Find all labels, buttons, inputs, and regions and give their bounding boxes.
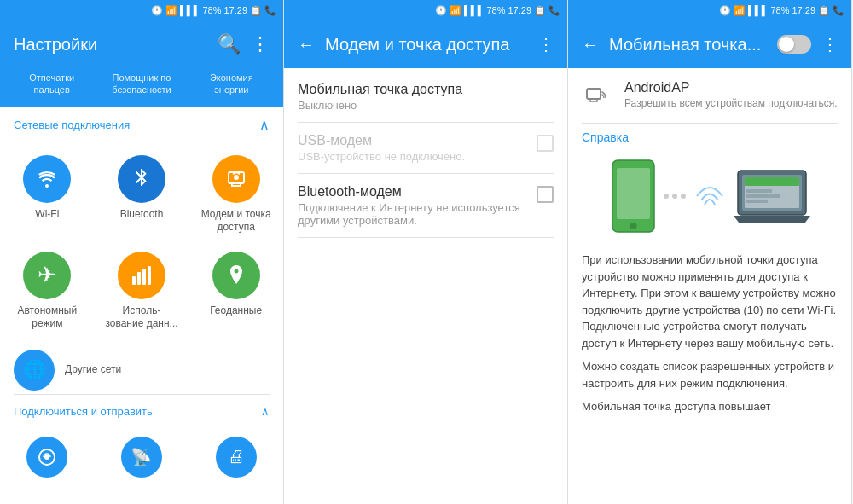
svg-rect-5 — [148, 266, 151, 285]
illustration — [568, 148, 851, 245]
usb-modem-item[interactable]: USB-модем USB-устройство не подключено. — [284, 123, 567, 173]
bottom-item-3[interactable]: 🖨 — [189, 428, 283, 486]
security-toolbar[interactable]: Помощник побезопасности — [96, 68, 186, 100]
svg-rect-2 — [132, 276, 136, 285]
divider-4 — [298, 237, 554, 238]
androidap-name: AndroidAP — [624, 80, 838, 96]
energy-toolbar[interactable]: Экономияэнергии — [187, 68, 276, 100]
svg-rect-15 — [745, 177, 799, 186]
wifi-grid-item[interactable]: Wi-Fi — [0, 147, 95, 243]
data-usage-icon — [118, 252, 165, 299]
svg-rect-10 — [617, 168, 650, 219]
status-icons-3: 🕐 📶 ▌▌▌ 78% 17:29 📋 📞 — [719, 5, 844, 16]
hotspot-menu-button[interactable]: ⋮ — [821, 34, 838, 55]
sim-icon-3: 📋 — [818, 5, 830, 16]
status-icons-1: 🕐 📶 ▌▌▌ 78% 17:29 📋 📞 — [151, 5, 276, 16]
security-label: Помощник побезопасности — [100, 72, 183, 96]
androidap-row[interactable]: AndroidAP Разрешить всем устройствам под… — [568, 68, 851, 123]
help-label: Справка — [568, 124, 851, 148]
svg-point-7 — [44, 455, 49, 460]
data-grid-item[interactable]: Исполь-зование данн... — [95, 243, 189, 339]
bottom-icon-1 — [26, 437, 67, 478]
androidap-text: AndroidAP Разрешить всем устройствам под… — [624, 80, 838, 109]
bt-modem-text: Bluetooth-модем Подключение к Интернету … — [298, 184, 526, 227]
svg-rect-8 — [587, 89, 601, 99]
other-networks-item[interactable]: 🌐 Другие сети — [0, 346, 283, 394]
airplane-label: Автономныйрежим — [18, 304, 78, 331]
hotspot-content: AndroidAP Разрешить всем устройствам под… — [568, 68, 851, 504]
time-label-2: 17:29 — [508, 5, 531, 15]
wifi-label: Wi-Fi — [35, 208, 59, 222]
bottom-icon-2: 📡 — [121, 437, 162, 478]
geo-grid-item[interactable]: Геоданные — [189, 243, 283, 339]
panel-hotspot-detail: 🕐 📶 ▌▌▌ 78% 17:29 📋 📞 ← Мобильная точка.… — [568, 0, 852, 504]
hotspot-label: Модем и точкадоступа — [201, 208, 271, 235]
svg-rect-18 — [746, 200, 768, 203]
network-section-label: Сетевые подключения — [14, 119, 130, 131]
bottom-grid: 📡 🖨 — [0, 425, 283, 490]
bt-modem-item[interactable]: Bluetooth-модем Подключение к Интернету … — [284, 174, 567, 237]
connect-chevron: ∧ — [261, 405, 270, 418]
bluetooth-label: Bluetooth — [120, 208, 164, 222]
signal-icon-2: ▌▌▌ — [464, 5, 484, 15]
status-bar-3: 🕐 📶 ▌▌▌ 78% 17:29 📋 📞 — [568, 0, 851, 20]
modem-title: Модем и точка доступа — [325, 35, 527, 55]
mobile-hotspot-title: Мобильная точка доступа — [298, 82, 554, 97]
settings-title: Настройки — [14, 35, 207, 55]
geo-label: Геоданные — [210, 304, 262, 318]
connect-section-label: Подключиться и отправить — [14, 405, 153, 418]
geo-icon — [212, 252, 260, 299]
usb-modem-text: USB-модем USB-устройство не подключено. — [298, 133, 526, 163]
hotspot-grid-item[interactable]: Модем и точкадоступа — [189, 147, 283, 243]
modem-menu-button[interactable]: ⋮ — [537, 34, 554, 55]
bottom-item-1[interactable] — [0, 428, 95, 486]
bottom-icon-3: 🖨 — [216, 437, 257, 478]
svg-point-1 — [234, 175, 239, 180]
sim-icon: 📋 — [250, 5, 262, 16]
bt-modem-checkbox[interactable] — [537, 186, 554, 203]
connect-section-header[interactable]: Подключиться и отправить ∧ — [0, 395, 283, 425]
svg-point-11 — [630, 223, 636, 229]
svg-rect-16 — [746, 189, 772, 193]
hotspot-toggle[interactable] — [777, 35, 811, 54]
svg-rect-4 — [142, 269, 146, 285]
status-icons-2: 🕐 📶 ▌▌▌ 78% 17:29 📋 📞 — [435, 5, 560, 16]
phone-icon-2: 📞 — [548, 5, 560, 16]
clock-icon-3: 🕐 — [719, 5, 731, 16]
network-grid: Wi-Fi Bluetooth Модем и точкадоступа — [0, 140, 283, 346]
battery-label-3: 78% — [770, 5, 789, 15]
back-button-2[interactable]: ← — [298, 35, 315, 55]
info-text: При использовании мобильной точки доступ… — [568, 245, 851, 422]
fingerprints-toolbar[interactable]: Отпечаткипальцев — [7, 68, 96, 100]
hotspot-header: ← Мобильная точка... ⋮ — [568, 20, 851, 68]
bottom-item-2[interactable]: 📡 — [95, 428, 189, 486]
mobile-hotspot-item[interactable]: Мобильная точка доступа Выключено — [284, 68, 567, 122]
settings-header: Настройки 🔍 ⋮ — [0, 20, 283, 68]
signal-icon: ▌▌▌ — [180, 5, 200, 15]
bluetooth-grid-item[interactable]: Bluetooth — [95, 147, 189, 243]
modem-header: ← Модем и точка доступа ⋮ — [284, 20, 567, 68]
signal-icon-3: ▌▌▌ — [748, 5, 768, 15]
bt-modem-title: Bluetooth-модем — [298, 184, 526, 200]
hotspot-icon — [212, 155, 260, 203]
laptop-svg — [734, 166, 810, 226]
wifi-icon-2: 📶 — [450, 5, 461, 16]
time-label-3: 17:29 — [792, 5, 815, 15]
time-label: 17:29 — [223, 5, 247, 15]
fingerprints-label: Отпечаткипальцев — [10, 72, 93, 96]
airplane-grid-item[interactable]: ✈ Автономныйрежим — [0, 243, 95, 339]
mobile-hotspot-subtitle: Выключено — [298, 99, 554, 112]
wifi-icon — [23, 155, 71, 203]
phone-svg — [610, 158, 657, 235]
bluetooth-icon — [118, 155, 165, 203]
wifi-icon-3: 📶 — [734, 5, 746, 16]
wifi-status-icon: 📶 — [165, 5, 177, 16]
androidap-icon — [582, 80, 612, 111]
hotspot-title: Мобильная точка... — [609, 35, 767, 55]
menu-button[interactable]: ⋮ — [251, 33, 270, 55]
back-button-3[interactable]: ← — [582, 35, 599, 55]
info-paragraph-1: При использовании мобильной точки доступ… — [582, 252, 838, 351]
usb-modem-checkbox[interactable] — [537, 135, 554, 152]
network-section-header[interactable]: Сетевые подключения ∧ — [0, 107, 283, 140]
search-button[interactable]: 🔍 — [218, 33, 241, 55]
